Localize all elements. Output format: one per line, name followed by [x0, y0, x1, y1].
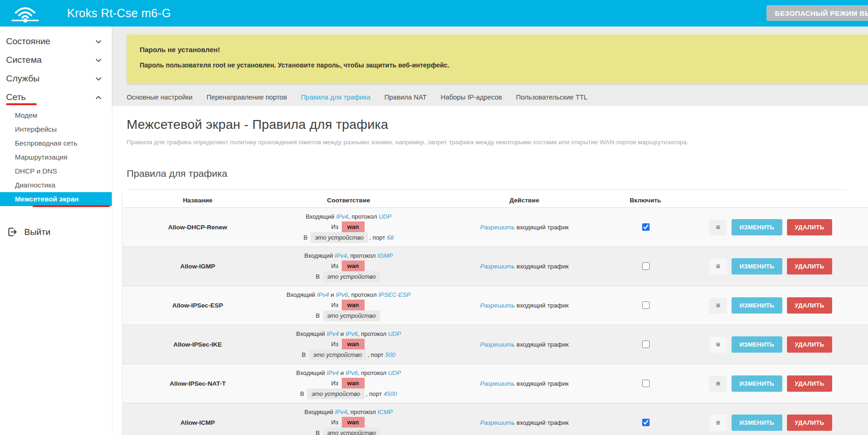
zone-badge-wan: wan	[342, 339, 365, 349]
match-protocol-line: Входящий IPv4 и IPv6, протокол UDP	[273, 329, 424, 339]
rule-match: Входящий IPv4, протокол UDPИзwanВэто уст…	[273, 208, 424, 247]
sidebar-item-label: Модем	[15, 111, 37, 119]
sidebar-item-modem[interactable]: Модем	[0, 108, 112, 122]
action-suffix: входящий трафик	[516, 419, 569, 426]
drag-handle-icon: ≡	[716, 341, 720, 349]
match-protocol-line: Входящий IPv4, протокол IGMP	[273, 251, 424, 261]
drag-handle-icon: ≡	[716, 262, 720, 271]
sidebar-section-system[interactable]: Система	[0, 51, 112, 69]
sidebar-section-status[interactable]: Состояние	[0, 32, 112, 51]
tab-ip-sets[interactable]: Наборы IP-адресов	[441, 94, 502, 101]
table-row: Allow-IGMPВходящий IPv4, протокол IGMPИз…	[122, 247, 868, 286]
match-protocol: UDP	[388, 369, 400, 376]
edit-button[interactable]: ИЗМЕНИТЬ	[732, 415, 782, 431]
tab-nat-rules[interactable]: Правила NAT	[384, 94, 427, 101]
match-to-label: В	[316, 429, 320, 435]
drag-handle-button[interactable]: ≡	[709, 259, 727, 274]
sidebar-sections: СостояниеСистемаСлужбыСетьМодемИнтерфейс…	[0, 27, 112, 207]
rule-name: Allow-IPSec-IKE	[122, 341, 273, 348]
sidebar-item-diagnostics[interactable]: Диагностика	[0, 178, 112, 192]
sidebar-section-services[interactable]: Службы	[0, 69, 112, 88]
sidebar-item-interfaces[interactable]: Интерфейсы	[0, 122, 112, 136]
edit-button[interactable]: ИЗМЕНИТЬ	[732, 258, 782, 274]
action-suffix: входящий трафик	[516, 263, 569, 270]
match-from-line: Изwan	[273, 300, 424, 310]
match-port: 500	[385, 351, 395, 358]
sidebar-item-dhcp-dns[interactable]: DHCP и DNS	[0, 164, 112, 178]
sidebar: СостояниеСистемаСлужбыСетьМодемИнтерфейс…	[0, 27, 112, 435]
rule-action: Разрешить входящий трафик	[424, 341, 624, 348]
rule-match: Входящий IPv4 и IPv6, протокол UDPИзwanВ…	[273, 364, 424, 403]
match-protocol-line: Входящий IPv4 и IPv6, протокол UDP	[273, 368, 424, 378]
match-family: IPv4	[326, 330, 339, 337]
edit-button[interactable]: ИЗМЕНИТЬ	[732, 297, 782, 314]
match-family: IPv4	[336, 213, 348, 220]
rule-enabled-checkbox[interactable]	[642, 223, 650, 231]
tab-traffic-rules[interactable]: Правила для трафика	[301, 94, 370, 101]
delete-button[interactable]: УДАЛИТЬ	[787, 415, 832, 431]
sidebar-item-label: Маршрутизация	[15, 153, 68, 161]
device-badge: это устройство	[323, 428, 380, 435]
chevron-down-icon	[95, 75, 102, 83]
sidebar-item-label: Диагностика	[15, 181, 55, 189]
warning-body: Пароль пользователя root не установлен. …	[140, 61, 868, 69]
column-header-action: Действие	[424, 197, 624, 204]
router-admin-page: Kroks Rt-Cse m6-G БЕЗОПАСНЫЙ РЕЖИМ ВЫКЛЮ…	[0, 0, 868, 435]
edit-button[interactable]: ИЗМЕНИТЬ	[732, 375, 782, 392]
sidebar-section-network[interactable]: Сеть	[0, 88, 112, 107]
sidebar-item-wireless[interactable]: Беспроводная сеть	[0, 136, 112, 150]
zone-badge-wan: wan	[342, 221, 365, 232]
match-to-line: Вэто устройство	[273, 428, 424, 435]
drag-handle-button[interactable]: ≡	[709, 415, 727, 431]
table-row: Allow-IPSec-NAT-TВходящий IPv4 и IPv6, п…	[122, 364, 868, 403]
sidebar-item-logout[interactable]: Выйти	[0, 227, 112, 237]
rule-enabled-checkbox[interactable]	[642, 380, 650, 387]
drag-handle-icon: ≡	[716, 419, 720, 427]
delete-button[interactable]: УДАЛИТЬ	[787, 336, 832, 353]
match-protocol: IPSEC-ESP	[378, 291, 410, 298]
tab-custom-ttl[interactable]: Пользовательские TTL	[516, 94, 588, 101]
drag-handle-button[interactable]: ≡	[709, 298, 727, 314]
rule-enable-cell	[624, 261, 666, 272]
table-header-row: НазваниеСоответствиеДействиеВключить	[122, 193, 868, 208]
drag-handle-button[interactable]: ≡	[709, 376, 727, 392]
edit-button[interactable]: ИЗМЕНИТЬ	[732, 336, 782, 353]
tab-general[interactable]: Основные настройки	[127, 94, 192, 101]
drag-handle-button[interactable]: ≡	[709, 220, 727, 235]
delete-button[interactable]: УДАЛИТЬ	[787, 219, 832, 235]
match-protocol: UDP	[388, 330, 400, 337]
match-family: IPv6	[336, 291, 348, 298]
sidebar-item-label: Межсетевой экран	[15, 195, 79, 203]
rule-buttons: ≡ИЗМЕНИТЬУДАЛИТЬ	[666, 375, 868, 392]
warning-title: Пароль не установлен!	[140, 46, 868, 54]
delete-button[interactable]: УДАЛИТЬ	[787, 297, 832, 314]
drag-handle-button[interactable]: ≡	[709, 337, 727, 353]
delete-button[interactable]: УДАЛИТЬ	[787, 258, 832, 274]
sidebar-item-label: Беспроводная сеть	[15, 139, 77, 147]
rule-name: Allow-IPSec-ESP	[122, 302, 273, 309]
sidebar-item-firewall[interactable]: Межсетевой экран	[0, 192, 112, 206]
device-badge: это устройство	[323, 271, 380, 282]
drag-handle-icon: ≡	[716, 380, 720, 388]
sidebar-submenu-network: МодемИнтерфейсыБеспроводная сетьМаршрути…	[0, 107, 112, 207]
sidebar-item-routing[interactable]: Маршрутизация	[0, 150, 112, 164]
sidebar-section-label: Службы	[6, 74, 40, 84]
match-protocol-line: Входящий IPv4, протокол UDP	[273, 212, 424, 221]
main-content: Пароль не установлен! Пароль пользовател…	[112, 27, 868, 435]
tab-port-forwards[interactable]: Перенаправление портов	[206, 94, 287, 101]
safe-mode-button[interactable]: БЕЗОПАСНЫЙ РЕЖИМ ВЫКЛЮЧЕН	[766, 5, 868, 21]
edit-button[interactable]: ИЗМЕНИТЬ	[732, 219, 782, 235]
rule-buttons: ≡ИЗМЕНИТЬУДАЛИТЬ	[666, 258, 868, 274]
delete-button[interactable]: УДАЛИТЬ	[787, 375, 832, 392]
rule-enabled-checkbox[interactable]	[642, 262, 650, 270]
rule-enabled-checkbox[interactable]	[642, 419, 650, 426]
rule-buttons: ≡ИЗМЕНИТЬУДАЛИТЬ	[666, 415, 868, 431]
match-direction: Входящий	[304, 252, 333, 259]
sidebar-section-label: Состояние	[6, 36, 50, 47]
rule-enabled-checkbox[interactable]	[642, 301, 650, 309]
rule-buttons: ≡ИЗМЕНИТЬУДАЛИТЬ	[666, 219, 868, 235]
logout-label: Выйти	[24, 227, 50, 237]
match-to-label: В	[300, 390, 305, 397]
table-row: Allow-ICMPВходящий IPv4, протокол ICMPИз…	[122, 403, 868, 435]
rule-enabled-checkbox[interactable]	[642, 341, 650, 348]
